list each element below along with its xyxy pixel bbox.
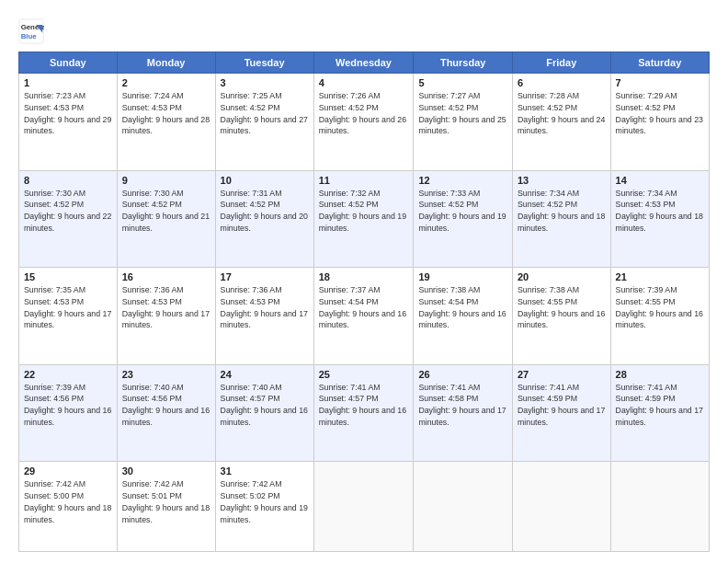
day-info: Sunrise: 7:25 AMSunset: 4:52 PMDaylight:… bbox=[221, 90, 309, 137]
logo-icon: General Blue bbox=[18, 18, 44, 44]
day-info: Sunrise: 7:28 AMSunset: 4:52 PMDaylight:… bbox=[518, 90, 606, 137]
day-info: Sunrise: 7:41 AMSunset: 4:59 PMDaylight:… bbox=[616, 382, 704, 429]
weekday-header-friday: Friday bbox=[513, 52, 611, 74]
logo: General Blue bbox=[18, 18, 48, 44]
calendar-cell: 2Sunrise: 7:24 AMSunset: 4:53 PMDaylight… bbox=[117, 74, 215, 171]
day-number: 7 bbox=[616, 77, 704, 88]
day-info: Sunrise: 7:24 AMSunset: 4:53 PMDaylight:… bbox=[122, 90, 210, 137]
day-number: 2 bbox=[122, 77, 210, 88]
svg-text:Blue: Blue bbox=[21, 32, 38, 40]
day-number: 23 bbox=[122, 369, 210, 380]
day-info: Sunrise: 7:31 AMSunset: 4:52 PMDaylight:… bbox=[221, 188, 309, 235]
calendar-cell: 4Sunrise: 7:26 AMSunset: 4:52 PMDaylight… bbox=[313, 74, 414, 171]
calendar-cell: 17Sunrise: 7:36 AMSunset: 4:53 PMDayligh… bbox=[215, 268, 313, 365]
day-info: Sunrise: 7:27 AMSunset: 4:52 PMDaylight:… bbox=[418, 90, 507, 137]
day-info: Sunrise: 7:38 AMSunset: 4:54 PMDaylight:… bbox=[418, 284, 507, 331]
calendar-cell: 30Sunrise: 7:42 AMSunset: 5:01 PMDayligh… bbox=[117, 462, 215, 552]
calendar-cell: 29Sunrise: 7:42 AMSunset: 5:00 PMDayligh… bbox=[19, 462, 118, 552]
weekday-header-wednesday: Wednesday bbox=[313, 52, 414, 74]
calendar-cell: 3Sunrise: 7:25 AMSunset: 4:52 PMDaylight… bbox=[215, 74, 313, 171]
calendar-cell: 6Sunrise: 7:28 AMSunset: 4:52 PMDaylight… bbox=[513, 74, 611, 171]
weekday-header-saturday: Saturday bbox=[610, 52, 709, 74]
day-number: 25 bbox=[319, 369, 409, 380]
day-info: Sunrise: 7:42 AMSunset: 5:01 PMDaylight:… bbox=[122, 478, 210, 525]
day-info: Sunrise: 7:29 AMSunset: 4:52 PMDaylight:… bbox=[616, 90, 704, 137]
day-info: Sunrise: 7:42 AMSunset: 5:00 PMDaylight:… bbox=[24, 478, 112, 525]
day-info: Sunrise: 7:39 AMSunset: 4:56 PMDaylight:… bbox=[24, 382, 112, 429]
calendar-cell bbox=[610, 462, 709, 552]
header: General Blue bbox=[18, 15, 710, 44]
day-info: Sunrise: 7:39 AMSunset: 4:55 PMDaylight:… bbox=[616, 284, 704, 331]
day-info: Sunrise: 7:40 AMSunset: 4:57 PMDaylight:… bbox=[221, 382, 309, 429]
day-number: 17 bbox=[221, 271, 309, 282]
weekday-header-tuesday: Tuesday bbox=[215, 52, 313, 74]
day-number: 13 bbox=[518, 175, 606, 186]
day-number: 29 bbox=[24, 465, 112, 477]
day-number: 18 bbox=[319, 271, 409, 282]
calendar-cell: 7Sunrise: 7:29 AMSunset: 4:52 PMDaylight… bbox=[610, 74, 709, 171]
day-number: 1 bbox=[24, 77, 112, 88]
day-number: 10 bbox=[221, 175, 309, 186]
day-number: 14 bbox=[616, 175, 704, 186]
calendar-cell: 15Sunrise: 7:35 AMSunset: 4:53 PMDayligh… bbox=[19, 268, 118, 365]
day-number: 31 bbox=[221, 465, 309, 477]
day-info: Sunrise: 7:37 AMSunset: 4:54 PMDaylight:… bbox=[319, 284, 409, 331]
day-info: Sunrise: 7:38 AMSunset: 4:55 PMDaylight:… bbox=[518, 284, 606, 331]
weekday-header-thursday: Thursday bbox=[414, 52, 513, 74]
day-number: 16 bbox=[122, 271, 210, 282]
calendar-cell: 9Sunrise: 7:30 AMSunset: 4:52 PMDaylight… bbox=[117, 170, 215, 268]
calendar-cell: 12Sunrise: 7:33 AMSunset: 4:52 PMDayligh… bbox=[414, 170, 513, 268]
day-number: 9 bbox=[122, 175, 210, 186]
day-info: Sunrise: 7:40 AMSunset: 4:56 PMDaylight:… bbox=[122, 382, 210, 429]
calendar-cell: 27Sunrise: 7:41 AMSunset: 4:59 PMDayligh… bbox=[513, 364, 611, 462]
day-number: 27 bbox=[518, 369, 606, 380]
day-info: Sunrise: 7:30 AMSunset: 4:52 PMDaylight:… bbox=[24, 188, 112, 235]
day-number: 11 bbox=[319, 175, 409, 186]
day-number: 21 bbox=[616, 271, 704, 282]
calendar-cell bbox=[313, 462, 414, 552]
day-info: Sunrise: 7:32 AMSunset: 4:52 PMDaylight:… bbox=[319, 188, 409, 235]
calendar-cell: 19Sunrise: 7:38 AMSunset: 4:54 PMDayligh… bbox=[414, 268, 513, 365]
day-number: 30 bbox=[122, 465, 210, 477]
calendar-cell: 28Sunrise: 7:41 AMSunset: 4:59 PMDayligh… bbox=[610, 364, 709, 462]
weekday-header-sunday: Sunday bbox=[19, 52, 118, 74]
calendar-cell: 23Sunrise: 7:40 AMSunset: 4:56 PMDayligh… bbox=[117, 364, 215, 462]
calendar-cell: 22Sunrise: 7:39 AMSunset: 4:56 PMDayligh… bbox=[19, 364, 118, 462]
day-number: 20 bbox=[518, 271, 606, 282]
day-info: Sunrise: 7:23 AMSunset: 4:53 PMDaylight:… bbox=[24, 90, 112, 137]
calendar-cell: 14Sunrise: 7:34 AMSunset: 4:53 PMDayligh… bbox=[610, 170, 709, 268]
day-number: 19 bbox=[418, 271, 507, 282]
day-info: Sunrise: 7:26 AMSunset: 4:52 PMDaylight:… bbox=[319, 90, 409, 137]
day-info: Sunrise: 7:41 AMSunset: 4:58 PMDaylight:… bbox=[418, 382, 507, 429]
day-number: 12 bbox=[418, 175, 507, 186]
weekday-header-row: SundayMondayTuesdayWednesdayThursdayFrid… bbox=[19, 52, 710, 74]
calendar-cell: 13Sunrise: 7:34 AMSunset: 4:52 PMDayligh… bbox=[513, 170, 611, 268]
calendar-cell: 31Sunrise: 7:42 AMSunset: 5:02 PMDayligh… bbox=[215, 462, 313, 552]
day-number: 6 bbox=[518, 77, 606, 88]
day-info: Sunrise: 7:42 AMSunset: 5:02 PMDaylight:… bbox=[221, 478, 309, 525]
calendar-cell: 11Sunrise: 7:32 AMSunset: 4:52 PMDayligh… bbox=[313, 170, 414, 268]
calendar-cell: 8Sunrise: 7:30 AMSunset: 4:52 PMDaylight… bbox=[19, 170, 118, 268]
weekday-header-monday: Monday bbox=[117, 52, 215, 74]
day-number: 28 bbox=[616, 369, 704, 380]
calendar-cell: 25Sunrise: 7:41 AMSunset: 4:57 PMDayligh… bbox=[313, 364, 414, 462]
day-info: Sunrise: 7:36 AMSunset: 4:53 PMDaylight:… bbox=[221, 284, 309, 331]
day-info: Sunrise: 7:34 AMSunset: 4:52 PMDaylight:… bbox=[518, 188, 606, 235]
day-info: Sunrise: 7:41 AMSunset: 4:59 PMDaylight:… bbox=[518, 382, 606, 429]
day-number: 24 bbox=[221, 369, 309, 380]
page: General Blue SundayMondayTuesdayWednesda… bbox=[0, 0, 728, 563]
calendar-cell: 26Sunrise: 7:41 AMSunset: 4:58 PMDayligh… bbox=[414, 364, 513, 462]
day-number: 15 bbox=[24, 271, 112, 282]
calendar-cell: 20Sunrise: 7:38 AMSunset: 4:55 PMDayligh… bbox=[513, 268, 611, 365]
day-info: Sunrise: 7:36 AMSunset: 4:53 PMDaylight:… bbox=[122, 284, 210, 331]
day-number: 22 bbox=[24, 369, 112, 380]
calendar-cell: 24Sunrise: 7:40 AMSunset: 4:57 PMDayligh… bbox=[215, 364, 313, 462]
calendar-cell: 1Sunrise: 7:23 AMSunset: 4:53 PMDaylight… bbox=[19, 74, 118, 171]
day-info: Sunrise: 7:30 AMSunset: 4:52 PMDaylight:… bbox=[122, 188, 210, 235]
calendar-cell: 21Sunrise: 7:39 AMSunset: 4:55 PMDayligh… bbox=[610, 268, 709, 365]
day-info: Sunrise: 7:41 AMSunset: 4:57 PMDaylight:… bbox=[319, 382, 409, 429]
calendar-cell bbox=[414, 462, 513, 552]
calendar-cell: 18Sunrise: 7:37 AMSunset: 4:54 PMDayligh… bbox=[313, 268, 414, 365]
day-number: 3 bbox=[221, 77, 309, 88]
calendar-cell: 10Sunrise: 7:31 AMSunset: 4:52 PMDayligh… bbox=[215, 170, 313, 268]
